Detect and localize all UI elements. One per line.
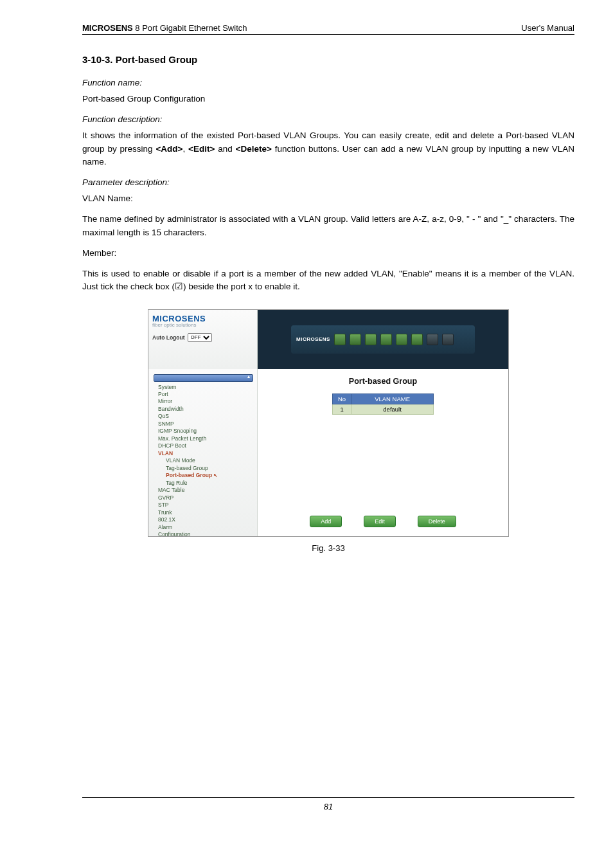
port-icon [365,334,377,345]
sidebar-item[interactable]: Alarm [152,524,254,531]
sidebar-item[interactable]: Mirror [152,398,254,405]
member-heading: Member: [82,247,574,260]
page-number: 81 [324,802,333,811]
header-product: 8 Port Gigabit Ethernet Switch [133,23,247,33]
page-header: MICROSENS 8 Port Gigabit Ethernet Switch… [82,23,574,35]
function-description-label: Function description: [82,114,574,124]
sidebar-item[interactable]: Port-based Group [152,472,254,480]
port-icon [442,334,454,345]
scrollbar-top[interactable] [154,374,253,382]
banner-logo: MICROSENS [296,336,330,342]
page-footer: 81 [82,797,574,811]
col-vlan-name: VLAN NAME [351,393,434,404]
port-icon [334,334,346,345]
vlan-name-heading: VLAN Name: [82,192,574,205]
sidebar-item[interactable]: MAC Table [152,487,254,494]
sidebar-item[interactable]: DHCP Boot [152,442,254,449]
screenshot-sidebar-top: MICROSENS fiber optic solutions Auto Log… [148,310,258,369]
vlan-table: No VLAN NAME 1 default [332,393,434,415]
vlan-name-text: The name defined by administrator is ass… [82,213,574,239]
member-text: This is used to enable or disable if a p… [82,267,574,294]
embedded-screenshot: MICROSENS fiber optic solutions Auto Log… [148,309,509,537]
figure-caption: Fig. 3-33 [82,543,574,553]
cell-no: 1 [332,404,351,414]
header-left: MICROSENS 8 Port Gigabit Ethernet Switch [82,23,247,33]
sidebar-item[interactable]: Tag-based Group [152,465,254,472]
sidebar-item[interactable]: 802.1X [152,516,254,523]
function-name-label: Function name: [82,78,574,87]
header-right: User's Manual [521,23,574,33]
cell-vlan-name: default [351,404,434,414]
panel-title: Port-based Group [271,377,495,386]
port-icon [411,334,423,345]
section-heading: 3-10-3. Port-based Group [82,54,574,65]
function-name-value: Port-based Group Configuration [82,93,574,105]
screenshot-content: Port-based Group No VLAN NAME 1 default … [258,369,508,536]
add-token: <Add> [155,144,182,154]
edit-token: <Edit> [188,144,215,154]
sidebar-item[interactable]: VLAN Mode [152,457,254,464]
screenshot-sidebar-menu: SystemPortMirrorBandwidthQoSSNMPIGMP Sno… [148,369,258,536]
sidebar-item[interactable]: Bandwidth [152,406,254,413]
parameter-description-label: Parameter description: [82,177,574,187]
auto-logout-label: Auto Logout [152,334,185,341]
banner-device: MICROSENS [291,325,475,354]
table-row[interactable]: 1 default [332,404,433,414]
add-button[interactable]: Add [310,516,342,527]
sidebar-item[interactable]: IGMP Snooping [152,428,254,435]
port-icon [380,334,392,345]
sidebar-item[interactable]: GVRP [152,494,254,502]
port-icon [396,334,407,345]
sidebar-item[interactable]: Trunk [152,509,254,516]
auto-logout-select[interactable]: OFF [188,333,212,342]
sidebar-item[interactable]: Max. Packet Length [152,435,254,442]
edit-button[interactable]: Edit [364,516,396,527]
sidebar-item[interactable]: System [152,384,254,391]
col-no: No [332,393,351,404]
delete-token: <Delete> [236,144,272,154]
sidebar-item[interactable]: QoS [152,413,254,420]
port-icon [427,334,438,345]
sidebar-item[interactable]: Configuration [152,531,254,536]
function-description-text: It shows the information of the existed … [82,129,574,168]
sidebar-item[interactable]: STP [152,502,254,509]
header-brand: MICROSENS [82,23,133,33]
delete-button[interactable]: Delete [418,516,456,527]
port-icon [350,334,361,345]
auto-logout: Auto Logout OFF [152,333,254,342]
sidebar-item[interactable]: Tag Rule [152,480,254,487]
sidebar-item[interactable]: Port [152,391,254,398]
sidebar-item[interactable]: VLAN [152,450,254,457]
sidebar-item[interactable]: SNMP [152,420,254,428]
screenshot-banner: MICROSENS [258,310,508,369]
checkbox-icon: ☑ [175,282,183,291]
